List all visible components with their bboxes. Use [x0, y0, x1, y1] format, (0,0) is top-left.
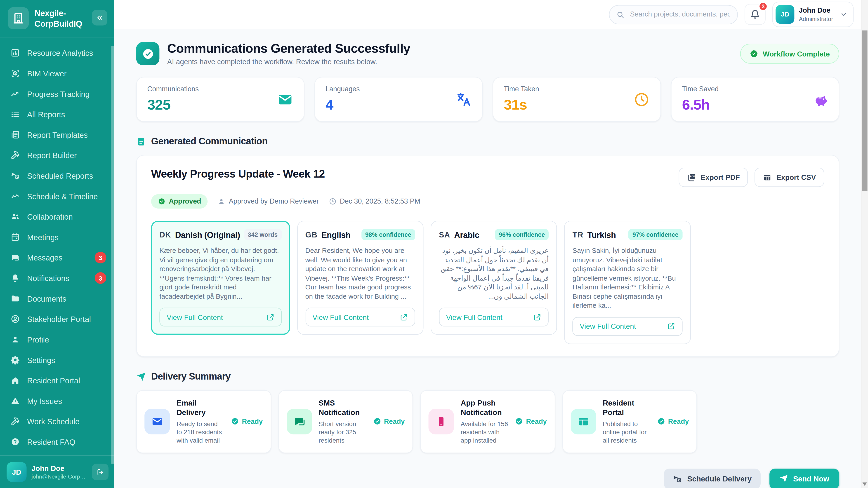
stat-icon — [811, 91, 828, 108]
language-card[interactable]: GB English 98% confidence Dear Resident,… — [297, 221, 423, 335]
sidebar-item[interactable]: Resource Analytics — [0, 43, 114, 63]
sidebar-item[interactable]: Report Builder — [0, 145, 114, 166]
sidebar-item[interactable]: Meetings — [0, 227, 114, 248]
sidebar-item-icon — [11, 109, 20, 119]
sidebar-item-label: Collaboration — [27, 212, 73, 221]
sidebar-item-label: Report Builder — [27, 151, 76, 160]
generated-communication-heading: Generated Communication — [136, 136, 839, 147]
delivery-description: Available for 156 residents with app ins… — [461, 420, 508, 445]
sidebar-item-icon — [11, 355, 20, 365]
view-full-content-button[interactable]: View Full Content — [305, 308, 415, 326]
stat-label: Time Taken — [504, 86, 539, 93]
sidebar-collapse-button[interactable] — [92, 10, 107, 26]
sidebar-item-icon — [11, 253, 20, 262]
communication-title: Weekly Progress Update - Week 12 — [151, 168, 325, 181]
language-card[interactable]: DK Danish (Original) 342 words Kære bebo… — [151, 221, 290, 335]
stat-value: 31s — [504, 96, 539, 113]
language-name: English — [321, 230, 350, 239]
view-full-content-button[interactable]: View Full Content — [572, 317, 682, 336]
sidebar-item[interactable]: Schedule & Timeline — [0, 186, 114, 206]
sidebar-item[interactable]: Resident Portal — [0, 370, 114, 391]
sidebar-item[interactable]: My Issues — [0, 391, 114, 411]
sidebar-item-label: Notifications — [27, 273, 69, 283]
sidebar-item[interactable]: Collaboration — [0, 206, 114, 227]
bell-icon — [750, 9, 760, 20]
external-link-icon — [667, 322, 675, 330]
sidebar-item[interactable]: Profile — [0, 329, 114, 350]
language-preview-text: Sayın Sakin, İyi olduğunuzu umuyoruz. Vi… — [572, 247, 682, 311]
sidebar-item[interactable]: BIM Viewer — [0, 63, 114, 84]
language-name: Arabic — [454, 230, 479, 239]
export-pdf-button[interactable]: Export PDF — [679, 168, 748, 187]
scrollbar-thumb[interactable] — [862, 31, 867, 191]
sidebar-item[interactable]: Resident FAQ — [0, 431, 114, 452]
delivery-card: Email Delivery Ready to send to 218 resi… — [136, 390, 271, 453]
notifications-button[interactable]: 3 — [745, 4, 766, 25]
logout-button[interactable] — [92, 464, 108, 480]
sidebar-item[interactable]: All Reports — [0, 104, 114, 125]
send-now-button[interactable]: Send Now — [769, 468, 839, 488]
notification-count-badge: 3 — [758, 2, 768, 11]
sidebar-item-label: Profile — [27, 335, 49, 344]
external-link-icon — [266, 313, 274, 322]
stat-label: Time Saved — [682, 86, 719, 93]
sidebar-item[interactable]: Stakeholder Portal — [0, 309, 114, 329]
sidebar-item[interactable]: Work Schedule — [0, 411, 114, 432]
sidebar-item-icon — [11, 191, 20, 201]
sidebar-item-icon — [11, 130, 20, 140]
table-icon — [763, 173, 772, 182]
sidebar-item-label: Schedule & Timeline — [27, 192, 98, 201]
approved-by: Approved by Demo Reviewer — [218, 198, 319, 205]
view-full-content-button[interactable]: View Full Content — [159, 308, 281, 326]
stat-label: Languages — [326, 86, 360, 93]
sidebar-scrollbar[interactable] — [111, 46, 114, 464]
delivery-icon-tile — [287, 409, 312, 434]
sidebar-item[interactable]: Progress Tracking — [0, 84, 114, 104]
status-badge: Approved — [151, 194, 208, 209]
badge-check-icon — [749, 49, 758, 58]
sidebar-item[interactable]: Notifications 3 — [0, 268, 114, 288]
user-menu[interactable]: JD John Doe Administrator — [772, 2, 854, 27]
workflow-complete-badge: Workflow Complete — [740, 44, 839, 64]
check-circle-icon — [142, 47, 154, 60]
sidebar-item-label: Progress Tracking — [27, 90, 90, 98]
delivery-channel-icon — [293, 416, 305, 428]
sidebar-item-label: Resident FAQ — [27, 437, 75, 446]
sidebar-item[interactable]: Settings — [0, 350, 114, 370]
sidebar-item-icon — [11, 396, 20, 405]
view-full-content-button[interactable]: View Full Content — [439, 308, 549, 326]
sidebar-item[interactable]: Report Templates — [0, 125, 114, 145]
search-input[interactable] — [629, 10, 731, 19]
check-circle-icon — [158, 198, 165, 205]
sidebar-item-icon — [11, 335, 20, 344]
sidebar-item[interactable]: Messages 3 — [0, 248, 114, 268]
delivery-status: Ready — [515, 417, 547, 426]
user-role: Administrator — [799, 15, 833, 22]
sidebar-item-label: Messages — [27, 253, 62, 262]
scrollbar-down-arrow[interactable] — [863, 483, 867, 486]
language-name: Turkish — [587, 230, 616, 239]
language-card[interactable]: TR Turkish 97% confidence Sayın Sakin, İ… — [564, 221, 690, 344]
export-csv-button[interactable]: Export CSV — [755, 168, 824, 187]
sidebar-item-icon — [11, 171, 20, 181]
main-area: 3 JD John Doe Administrator Communicatio… — [114, 0, 868, 488]
user-email: john@Nexgile-CorpBuil... — [32, 474, 87, 480]
sidebar-item-icon — [11, 212, 20, 221]
sidebar-header: Nexgile-CorpBuildIQ — [0, 0, 114, 38]
language-badge: 96% confidence — [495, 229, 549, 240]
delivery-status: Ready — [657, 417, 689, 426]
sidebar-item[interactable]: Documents — [0, 288, 114, 309]
check-circle-icon — [657, 417, 665, 426]
delivery-channel-icon — [577, 416, 590, 428]
page-scrollbar[interactable] — [861, 0, 868, 488]
language-card[interactable]: SA Arabic 96% confidence عزيزي المقيم، ن… — [431, 221, 557, 335]
sidebar-item[interactable]: Scheduled Reports — [0, 165, 114, 186]
stats-row: Communications 325 Languages 4 Time — [136, 77, 839, 122]
schedule-delivery-button[interactable]: Schedule Delivery — [664, 468, 761, 488]
user-icon — [218, 198, 225, 205]
sidebar-item-icon — [11, 48, 20, 58]
pdf-icon — [687, 173, 696, 182]
stat-value: 6.5h — [682, 96, 719, 113]
delivery-title: SMS Notification — [319, 398, 366, 418]
footer-actions: Schedule Delivery Send Now — [136, 468, 839, 488]
